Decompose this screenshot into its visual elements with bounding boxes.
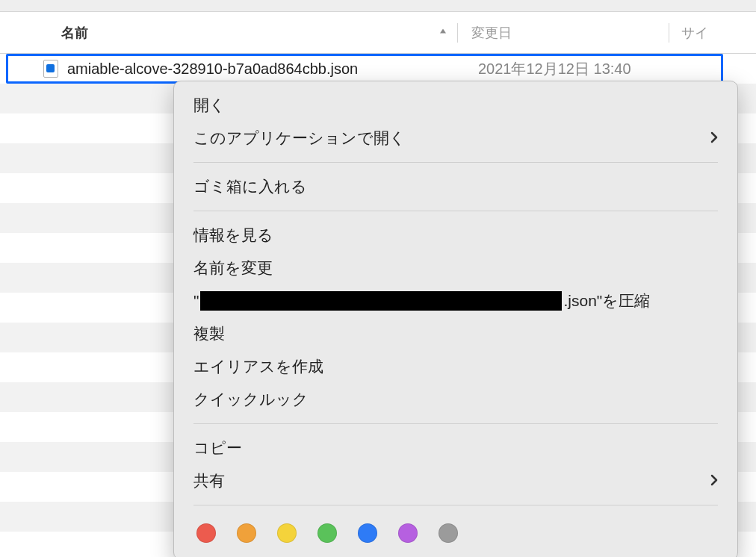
menu-item-label: 情報を見る [193, 225, 273, 246]
tag-orange[interactable] [237, 523, 256, 543]
tag-red[interactable] [196, 523, 216, 543]
column-header-modified[interactable]: 変更日 [458, 24, 669, 42]
tag-blue[interactable] [358, 523, 377, 543]
menu-item-open[interactable]: 開く [174, 89, 737, 122]
menu-item-compress[interactable]: " .json"を圧縮 [174, 284, 737, 317]
tag-gray[interactable] [439, 523, 458, 543]
menu-item-label: 名前を変更 [193, 258, 273, 278]
column-header-row: 名前 変更日 サイ [0, 12, 756, 54]
menu-item-label: このアプリケーションで開く [193, 128, 406, 149]
tag-purple[interactable] [398, 523, 418, 543]
menu-item-label: 複製 [193, 323, 225, 344]
file-row[interactable]: amiable-alcove-328910-b7a0ad864cbb.json … [0, 54, 756, 84]
file-modified-label: 2021年12月12日 13:40 [478, 59, 631, 79]
menu-item-label: クイックルック [193, 389, 309, 410]
toolbar-background-strip [0, 0, 756, 12]
column-header-size[interactable]: サイ [669, 24, 756, 42]
sort-ascending-icon[interactable] [438, 25, 448, 40]
menu-item-label: 共有 [193, 470, 225, 491]
menu-separator [193, 505, 718, 505]
menu-item-share[interactable]: 共有 [174, 464, 737, 497]
menu-separator [193, 423, 718, 424]
menu-item-rename[interactable]: 名前を変更 [174, 252, 737, 284]
compress-suffix: .json"を圧縮 [563, 290, 650, 311]
menu-item-label: 開く [193, 95, 226, 116]
tag-green[interactable] [317, 523, 337, 543]
menu-item-copy[interactable]: コピー [174, 432, 737, 464]
tag-yellow[interactable] [277, 523, 297, 543]
column-header-name-label: 名前 [61, 24, 88, 42]
menu-item-open-with[interactable]: このアプリケーションで開く [174, 122, 737, 155]
redacted-filename [200, 291, 562, 311]
menu-item-label: コピー [193, 438, 242, 458]
menu-item-duplicate[interactable]: 複製 [174, 317, 737, 350]
menu-separator [193, 211, 718, 211]
menu-item-get-info[interactable]: 情報を見る [174, 219, 737, 252]
compress-prefix: " [193, 292, 199, 310]
column-header-modified-label: 変更日 [471, 25, 512, 40]
tag-color-row [174, 513, 737, 543]
file-name-label: amiable-alcove-328910-b7a0ad864cbb.json [67, 60, 358, 78]
menu-item-move-to-trash[interactable]: ゴミ箱に入れる [174, 170, 737, 203]
menu-item-quick-look[interactable]: クイックルック [174, 383, 737, 416]
menu-item-label: ゴミ箱に入れる [193, 176, 307, 197]
column-header-name[interactable]: 名前 [0, 24, 457, 42]
column-header-size-label: サイ [681, 25, 708, 40]
menu-item-label: エイリアスを作成 [193, 356, 323, 377]
context-menu: 開く このアプリケーションで開く ゴミ箱に入れる 情報を見る 名前を変更 " .… [173, 81, 738, 557]
json-file-icon [43, 60, 58, 78]
chevron-right-icon [710, 129, 718, 147]
chevron-right-icon [710, 472, 718, 490]
menu-separator [193, 162, 718, 163]
menu-item-make-alias[interactable]: エイリアスを作成 [174, 350, 737, 383]
